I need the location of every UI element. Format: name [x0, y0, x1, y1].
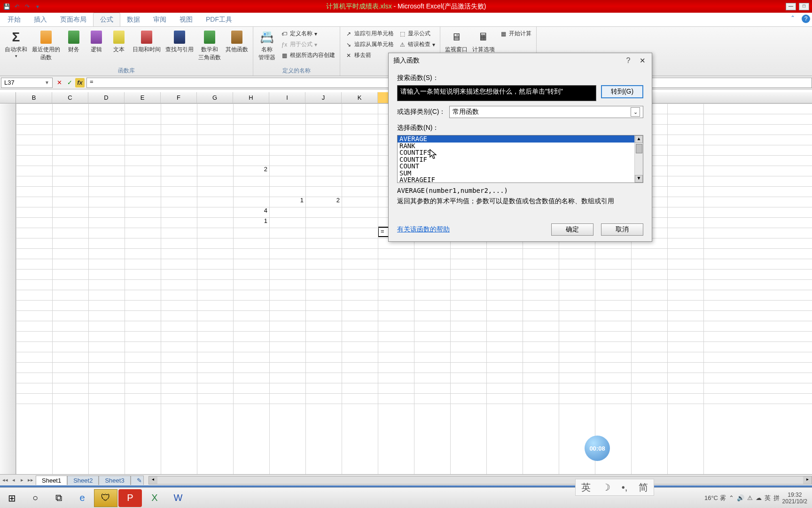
- dialog-close-button[interactable]: ✕: [638, 56, 647, 65]
- weather-widget[interactable]: 16°C 雾: [704, 494, 726, 502]
- scroll-down-icon[interactable]: ▼: [635, 175, 643, 183]
- tab-review[interactable]: 审阅: [147, 13, 173, 26]
- fn-item-rank[interactable]: RANK: [398, 143, 643, 150]
- namebox-dropdown-icon[interactable]: ▼: [45, 80, 49, 85]
- horizontal-scrollbar[interactable]: ◂ ▸: [148, 476, 812, 484]
- pdf-app-icon[interactable]: P: [118, 489, 142, 507]
- dialog-help-button[interactable]: ?: [624, 56, 633, 65]
- cell[interactable]: 1: [233, 217, 269, 224]
- name-manager-button[interactable]: 📇名称 管理器: [256, 29, 278, 66]
- scroll-thumb[interactable]: [636, 144, 642, 153]
- col-header[interactable]: E: [125, 92, 161, 103]
- minimize-ribbon-icon[interactable]: ⌃: [790, 15, 799, 23]
- cancel-button[interactable]: 取消: [601, 223, 643, 236]
- sheet-tab[interactable]: Sheet3: [99, 476, 130, 485]
- select-all-corner[interactable]: [0, 92, 16, 103]
- fn-item-averageif[interactable]: AVERAGEIF: [398, 176, 643, 183]
- other-fn-button[interactable]: 其他函数: [224, 29, 250, 66]
- create-from-sel-button[interactable]: ▦根据所选内容创建: [279, 50, 337, 60]
- lookup-button[interactable]: 查找与引用: [164, 29, 195, 66]
- ime-lang[interactable]: 英: [581, 481, 591, 494]
- tab-pdf[interactable]: PDF工具: [199, 13, 239, 26]
- sheet-nav[interactable]: ◂◂◂▸▸▸: [0, 477, 36, 483]
- ime-punct[interactable]: •,: [622, 482, 628, 493]
- show-formulas-button[interactable]: ⬚显示公式: [397, 29, 437, 39]
- datetime-button[interactable]: 日期和时间: [131, 29, 163, 66]
- autosum-button[interactable]: Σ 自动求和▾: [3, 29, 29, 66]
- list-scrollbar[interactable]: ▲ ▼: [634, 135, 643, 183]
- tray-up-icon[interactable]: ⌃: [729, 494, 734, 501]
- row-headers[interactable]: [0, 103, 16, 494]
- word-app-icon[interactable]: W: [166, 489, 190, 507]
- dropdown-icon[interactable]: ⌄: [631, 107, 640, 117]
- col-header[interactable]: G: [197, 92, 233, 103]
- start-button[interactable]: ⊞: [0, 489, 23, 507]
- define-name-button[interactable]: 🏷定义名称▾: [279, 29, 337, 39]
- tab-home[interactable]: 开始: [1, 13, 27, 26]
- search-input[interactable]: 请输入一条简短说明来描述您想做什么，然后单击"转到": [397, 85, 596, 101]
- qat-save-icon[interactable]: 💾: [2, 2, 11, 11]
- col-header[interactable]: F: [161, 92, 197, 103]
- accept-formula-button[interactable]: ✓: [65, 78, 74, 87]
- clock[interactable]: 19:32 2021/10/2: [782, 492, 807, 505]
- name-box[interactable]: L37 ▼: [1, 78, 53, 88]
- category-select[interactable]: 常用函数 ⌄: [449, 106, 643, 118]
- qat-customize-icon[interactable]: ▾: [33, 2, 42, 11]
- col-header[interactable]: D: [88, 92, 125, 103]
- ok-button[interactable]: 确定: [551, 223, 593, 236]
- fn-item-count[interactable]: COUNT: [398, 163, 643, 170]
- col-header[interactable]: H: [233, 92, 269, 103]
- tab-insert[interactable]: 插入: [27, 13, 54, 26]
- col-header[interactable]: B: [16, 92, 52, 103]
- network-icon[interactable]: ⚠: [747, 494, 753, 501]
- sheet-tab[interactable]: Sheet2: [67, 476, 99, 485]
- text-button[interactable]: 文本: [108, 29, 130, 66]
- financial-button[interactable]: 财务: [63, 29, 85, 66]
- scroll-right-icon[interactable]: ▸: [803, 476, 812, 484]
- qat-redo-icon[interactable]: ↷: [23, 2, 32, 11]
- insert-function-button[interactable]: fx: [75, 78, 85, 87]
- moon-icon[interactable]: ☽: [602, 482, 610, 493]
- error-check-button[interactable]: ⚠错误检查▾: [397, 40, 437, 49]
- taskview-icon[interactable]: ⧉: [47, 489, 70, 507]
- security-icon[interactable]: 🛡: [94, 489, 117, 507]
- excel-app-icon[interactable]: X: [143, 489, 166, 507]
- fn-item-countifs[interactable]: COUNTIFS: [398, 149, 643, 156]
- function-help-link[interactable]: 有关该函数的帮助: [397, 225, 450, 234]
- tab-view[interactable]: 视图: [173, 13, 199, 26]
- math-button[interactable]: 数学和 三角函数: [196, 29, 223, 66]
- ime-indicator[interactable]: 英 ☽ •, 简: [575, 479, 654, 496]
- maximize-button[interactable]: □: [799, 3, 809, 10]
- ie-icon[interactable]: e: [70, 489, 94, 507]
- scroll-left-icon[interactable]: ◂: [149, 476, 157, 484]
- qat-undo-icon[interactable]: ↶: [12, 2, 22, 11]
- trace-dependents-button[interactable]: ↘追踪从属单元格: [343, 40, 396, 49]
- minimize-button[interactable]: —: [786, 3, 796, 10]
- trace-precedents-button[interactable]: ↗追踪引用单元格: [343, 29, 396, 39]
- tab-layout[interactable]: 页面布局: [54, 13, 93, 26]
- fn-item-countif[interactable]: COUNTIF: [398, 156, 643, 163]
- ime-mode-tray[interactable]: 拼: [773, 494, 780, 502]
- new-sheet-button[interactable]: ✎: [131, 476, 144, 485]
- onedrive-icon[interactable]: ☁: [756, 494, 762, 501]
- function-list[interactable]: AVERAGE RANK COUNTIFS COUNTIF COUNT SUM …: [397, 135, 643, 183]
- tab-data[interactable]: 数据: [120, 13, 147, 26]
- help-icon[interactable]: ?: [802, 15, 810, 23]
- volume-icon[interactable]: 🔊: [737, 494, 744, 501]
- fn-item-sum[interactable]: SUM: [398, 170, 643, 177]
- col-header[interactable]: J: [305, 92, 342, 103]
- cell[interactable]: 2: [305, 197, 342, 204]
- col-header[interactable]: C: [52, 92, 88, 103]
- ime-simp[interactable]: 简: [639, 481, 648, 494]
- cell[interactable]: 2: [233, 166, 269, 173]
- cell[interactable]: 1: [269, 197, 305, 204]
- col-header[interactable]: K: [342, 92, 378, 103]
- logical-button[interactable]: 逻辑: [86, 29, 107, 66]
- go-button[interactable]: 转到(G): [601, 85, 643, 98]
- cancel-formula-button[interactable]: ✕: [55, 78, 64, 87]
- sheet-tab[interactable]: Sheet1: [36, 476, 67, 485]
- recent-fn-button[interactable]: 最近使用的 函数: [30, 29, 62, 66]
- tab-formulas[interactable]: 公式: [93, 13, 120, 26]
- scroll-up-icon[interactable]: ▲: [635, 135, 643, 143]
- cortana-icon[interactable]: ○: [23, 489, 47, 507]
